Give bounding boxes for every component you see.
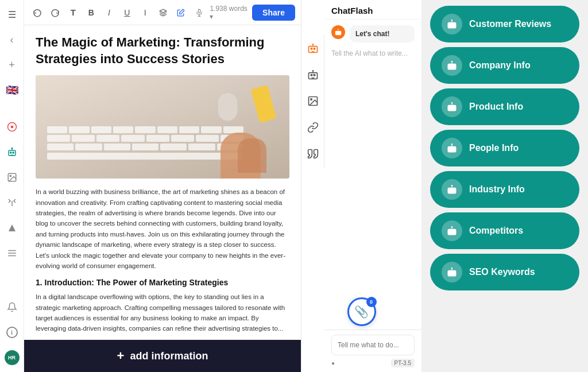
info-icon[interactable]: i: [3, 324, 21, 341]
chat-option-label-seo-keywords: SEO Keywords: [469, 267, 535, 277]
svg-point-24: [310, 99, 312, 100]
paint-btn[interactable]: [174, 5, 188, 21]
chat-quotes-icon[interactable]: [305, 146, 321, 162]
editor-content[interactable]: The Magic of Marketing: Transforming Str…: [24, 25, 301, 372]
chat-option-customer-reviews[interactable]: Customer Reviews: [430, 6, 579, 42]
underline-btn[interactable]: U: [120, 5, 134, 21]
svg-point-6: [10, 175, 11, 176]
chat-messages: Let's chat! Tell the AI what to write...: [324, 20, 421, 330]
add-information-label: add information: [130, 350, 208, 362]
svg-point-54: [450, 272, 451, 274]
svg-point-55: [452, 272, 454, 274]
chat-option-label-people-info: People Info: [469, 143, 519, 153]
bold-btn[interactable]: B: [84, 5, 98, 21]
chat-flash-icon[interactable]: [305, 67, 321, 83]
svg-point-40: [451, 102, 453, 104]
svg-point-20: [311, 75, 312, 76]
bot-icon-seo-keywords: [442, 262, 462, 282]
italic-btn[interactable]: I: [102, 5, 116, 21]
svg-point-36: [451, 61, 453, 63]
right-panel: Customer Reviews Company Info: [421, 0, 588, 372]
chat-option-product-info[interactable]: Product Info: [430, 88, 579, 125]
toolbar-top: T B I U I 1.938 words ▾ Share: [24, 0, 301, 25]
svg-point-21: [314, 75, 315, 76]
ai-write-placeholder: Tell the AI what to write...: [331, 47, 415, 60]
svg-point-28: [338, 29, 339, 30]
add-plus-icon: +: [117, 348, 125, 363]
back-icon[interactable]: ‹: [3, 31, 21, 48]
chat-option-competitors[interactable]: Competitors: [430, 212, 579, 249]
svg-point-47: [452, 189, 454, 191]
strikethrough-btn[interactable]: I: [138, 5, 152, 21]
chat-input[interactable]: [331, 335, 415, 355]
svg-point-26: [336, 32, 338, 33]
lets-chat-bubble: Let's chat!: [350, 25, 415, 42]
svg-rect-25: [335, 31, 342, 36]
hr-avatar[interactable]: HR: [3, 349, 21, 366]
svg-point-16: [311, 48, 312, 50]
chat-option-company-info[interactable]: Company Info: [430, 47, 579, 84]
font-btn[interactable]: T: [66, 5, 80, 21]
chat-option-label-competitors: Competitors: [469, 226, 523, 236]
svg-marker-7: [9, 224, 16, 231]
svg-rect-12: [198, 9, 200, 13]
flag-icon[interactable]: 🇬🇧: [3, 82, 21, 99]
chat-option-label-customer-reviews: Customer Reviews: [469, 19, 551, 29]
svg-point-34: [450, 65, 451, 67]
chat-option-industry-info[interactable]: Industry Info: [430, 171, 579, 208]
svg-point-32: [451, 20, 453, 21]
svg-point-35: [452, 65, 454, 67]
mic-btn[interactable]: [192, 5, 206, 21]
svg-point-52: [451, 226, 453, 228]
list-icon[interactable]: [3, 245, 21, 262]
bot-icon-industry-info: [442, 179, 462, 200]
dot-indicator: ●: [331, 360, 335, 366]
bot-icon-customer-reviews: [442, 14, 462, 34]
svg-point-18: [312, 44, 314, 45]
chat-option-people-info[interactable]: People Info: [430, 130, 579, 166]
svg-point-30: [450, 24, 451, 26]
chat-robot-icon[interactable]: [305, 40, 321, 56]
bot-icon-people-info: [442, 138, 462, 158]
chat-input-area: ● PT-3.5: [324, 330, 421, 372]
triangle-icon[interactable]: [3, 219, 21, 237]
editor-area: T B I U I 1.938 words ▾ Share The Magic …: [24, 0, 301, 372]
attachment-count-badge: 0: [366, 297, 377, 307]
bell-icon[interactable]: [3, 299, 21, 316]
attachment-button[interactable]: 📎 0: [347, 297, 376, 326]
pen-icon[interactable]: [3, 118, 21, 135]
document-body1: In a world buzzing with business brillia…: [36, 187, 289, 271]
svg-point-51: [452, 231, 454, 232]
svg-point-3: [13, 152, 14, 153]
svg-marker-11: [180, 9, 184, 14]
svg-point-38: [450, 107, 451, 108]
image-icon[interactable]: [3, 169, 21, 186]
svg-point-2: [10, 152, 11, 153]
chat-option-label-product-info: Product Info: [469, 102, 523, 112]
more-format-btn[interactable]: [156, 5, 170, 21]
share-button[interactable]: Share: [252, 5, 295, 21]
svg-point-46: [450, 189, 451, 191]
recycle-icon[interactable]: [3, 194, 21, 211]
svg-point-4: [11, 148, 13, 149]
word-count: 1.938 words ▾: [210, 5, 249, 21]
svg-point-56: [451, 268, 453, 269]
undo-btn[interactable]: [30, 5, 44, 21]
robot-icon[interactable]: [3, 144, 21, 161]
document-body2: In a digital landscape overflowing with …: [36, 292, 289, 334]
chat-link-icon[interactable]: [305, 119, 321, 135]
left-sidebar: ☰ ‹ + 🇬🇧 i HR: [0, 0, 24, 372]
chat-option-seo-keywords[interactable]: SEO Keywords: [430, 254, 579, 290]
bot-icon-company-info: [442, 55, 462, 76]
add-information-bar[interactable]: + add information: [24, 340, 301, 372]
svg-point-22: [312, 70, 314, 72]
svg-point-42: [450, 148, 451, 150]
add-icon[interactable]: +: [3, 56, 21, 73]
svg-point-43: [452, 148, 454, 150]
chat-image-icon[interactable]: [305, 93, 321, 109]
svg-point-0: [10, 126, 13, 129]
redo-btn[interactable]: [48, 5, 62, 21]
hamburger-icon[interactable]: ☰: [3, 6, 21, 23]
document-title: The Magic of Marketing: Transforming Str…: [36, 34, 289, 67]
svg-point-50: [450, 231, 451, 232]
